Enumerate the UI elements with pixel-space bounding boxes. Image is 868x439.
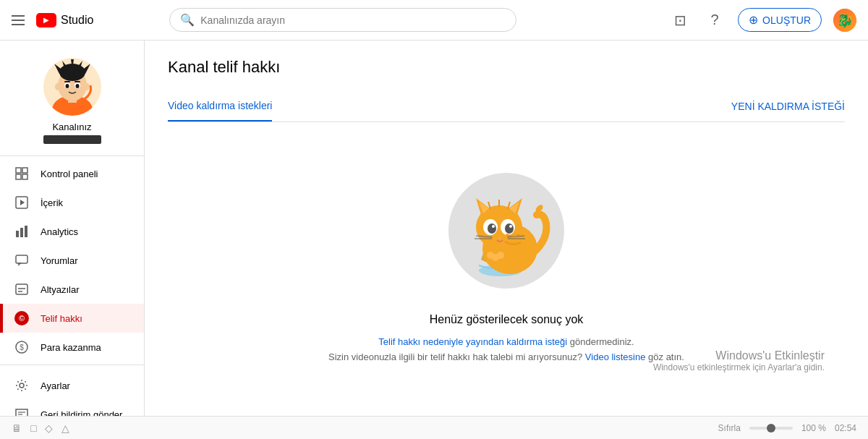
channel-avatar[interactable] [43, 58, 101, 116]
avatar[interactable]: 🐉 [833, 9, 856, 32]
svg-point-51 [509, 225, 512, 228]
sidebar-item-monetize[interactable]: $ Para kazanma [0, 333, 144, 362]
topbar: Studio 🔍 ⊡ ? ⊕ OLUŞTUR 🐉 [0, 0, 868, 41]
youtube-icon [36, 13, 56, 27]
svg-rect-14 [75, 81, 80, 82]
empty-description: Telif hakkı nedeniyle yayından kaldırma … [328, 335, 684, 365]
comments-icon [14, 253, 29, 268]
subtitle-icon[interactable]: ⊡ [668, 9, 692, 32]
search-input[interactable] [200, 14, 506, 26]
svg-point-12 [75, 84, 79, 88]
monetize-label: Para kazanma [41, 342, 101, 353]
subtitles-icon [14, 282, 29, 297]
settings-icon [14, 378, 29, 393]
bottom-icon-2[interactable]: □ [30, 422, 36, 434]
sidebar-item-settings[interactable]: Ayarlar [0, 371, 144, 400]
svg-rect-23 [16, 231, 19, 237]
video-list-link[interactable]: Video listesine [585, 351, 646, 362]
cat-illustration [441, 166, 571, 296]
copyright-label: Telif hakkı [41, 313, 82, 324]
tabs-bar: Video kaldırma istekleri YENİ KALDIRMA İ… [168, 91, 845, 122]
feedback-icon [14, 407, 29, 416]
logo-text: Studio [61, 14, 93, 27]
monetize-icon: $ [14, 340, 29, 354]
sifir-label[interactable]: Sıfırla [718, 423, 741, 433]
subtitles-label: Altyazılar [41, 284, 79, 295]
svg-rect-20 [22, 174, 27, 179]
copyright-icon: © [14, 311, 29, 325]
sidebar-divider-top [0, 155, 144, 156]
sidebar-item-content[interactable]: İçerik [0, 188, 144, 217]
sidebar-item-subtitles[interactable]: Altyazılar [0, 275, 144, 304]
svg-rect-13 [64, 81, 70, 82]
dashboard-label: Kontrol paneli [41, 169, 98, 179]
analytics-label: Analytics [41, 226, 78, 237]
svg-rect-26 [16, 255, 27, 263]
clock: 02:54 [835, 423, 856, 433]
analytics-icon [14, 224, 29, 239]
svg-rect-17 [16, 168, 21, 173]
empty-title: Henüz gösterilecek sonuç yok [430, 313, 584, 326]
watermark-subtitle: Windows'u etkinleştirmek için Ayarlar'a … [653, 362, 825, 372]
svg-point-60 [497, 252, 504, 259]
svg-point-32 [20, 383, 24, 388]
dashboard-icon [14, 166, 29, 181]
tab-video-removal[interactable]: Video kaldırma istekleri [168, 91, 272, 122]
svg-rect-19 [16, 174, 21, 179]
logo[interactable]: Studio [36, 13, 93, 27]
svg-rect-18 [22, 168, 27, 173]
zoom-thumb [767, 424, 775, 432]
svg-rect-24 [20, 228, 23, 237]
sidebar-bottom: Ayarlar Geri bildirim gönder [0, 371, 144, 416]
comments-label: Yorumlar [41, 255, 78, 266]
svg-text:$: $ [20, 344, 24, 351]
search-bar[interactable]: 🔍 [169, 8, 516, 32]
bottom-icon-1[interactable]: 🖥 [12, 422, 22, 434]
channel-handle [43, 135, 101, 144]
create-label: OLUŞTUR [762, 14, 811, 26]
channel-name: Kanalınız [52, 122, 91, 132]
svg-point-16 [84, 83, 90, 90]
cat-svg [441, 166, 571, 296]
plus-icon: ⊕ [749, 13, 758, 27]
sidebar-divider-bottom [0, 365, 144, 365]
svg-rect-25 [25, 226, 27, 237]
search-icon: 🔍 [180, 13, 195, 27]
content-label: İçerik [41, 197, 63, 208]
svg-rect-27 [16, 284, 27, 294]
sidebar-item-dashboard[interactable]: Kontrol paneli [0, 159, 144, 188]
channel-info: Kanalınız [0, 46, 144, 153]
sidebar-item-copyright[interactable]: © Telif hakkı [0, 304, 144, 333]
sidebar-item-comments[interactable]: Yorumlar [0, 246, 144, 275]
zoom-value: 100 % [801, 423, 826, 433]
page-title: Kanal telif hakkı [168, 58, 845, 77]
empty-text-1: göndermediniz. [570, 336, 634, 347]
svg-point-11 [65, 84, 69, 88]
bottombar-right: Sıfırla 100 % 02:54 [718, 423, 856, 433]
content-area: Kanal telif hakkı Video kaldırma istekle… [145, 41, 868, 416]
sidebar-item-analytics[interactable]: Analytics [0, 217, 144, 246]
main-layout: Kanalınız Kontrol paneli İçerik Analytic… [0, 41, 868, 416]
create-button[interactable]: ⊕ OLUŞTUR [738, 8, 822, 32]
svg-marker-22 [20, 200, 25, 205]
sidebar: Kanalınız Kontrol paneli İçerik Analytic… [0, 41, 145, 416]
content-icon [14, 195, 29, 210]
settings-label: Ayarlar [41, 380, 70, 391]
svg-point-15 [55, 83, 61, 90]
topbar-right: ⊡ ? ⊕ OLUŞTUR 🐉 [668, 8, 856, 32]
bottombar: 🖥 □ ◇ △ Sıfırla 100 % 02:54 [0, 416, 868, 439]
new-request-button[interactable]: YENİ KALDIRMA İSTEĞİ [731, 92, 845, 121]
hamburger-menu[interactable] [12, 15, 25, 25]
empty-text-2: Sizin videonuzla ilgili bir telif hakkı … [328, 351, 582, 362]
bottom-icon-4[interactable]: △ [61, 422, 69, 434]
sidebar-item-feedback[interactable]: Geri bildirim gönder [0, 400, 144, 416]
watermark-title: Windows'u Etkinleştir [653, 349, 825, 362]
removal-request-link[interactable]: Telif hakkı nedeniyle yayından kaldırma … [378, 336, 567, 347]
bottom-icon-3[interactable]: ◇ [45, 422, 53, 434]
svg-point-50 [492, 225, 495, 228]
zoom-control[interactable] [749, 427, 793, 430]
zoom-slider[interactable] [749, 427, 793, 430]
svg-point-49 [505, 223, 514, 234]
help-icon[interactable]: ? [703, 9, 726, 32]
feedback-label: Geri bildirim gönder [41, 409, 122, 417]
